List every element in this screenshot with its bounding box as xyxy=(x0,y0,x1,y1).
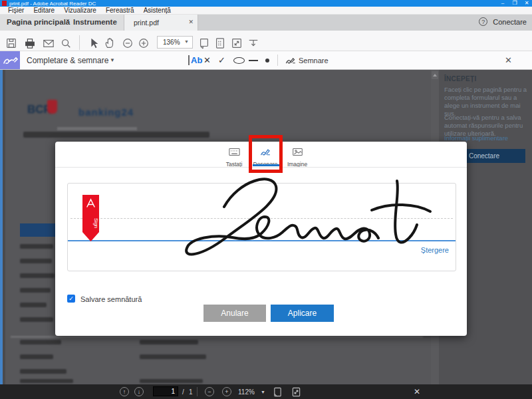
apply-button[interactable]: Aplicare xyxy=(271,305,334,322)
status-zoom-value[interactable]: 112% xyxy=(238,388,255,396)
sign-pen-icon[interactable] xyxy=(285,55,296,66)
save-icon[interactable] xyxy=(5,37,17,49)
tab-document[interactable]: print.pdf ✕ xyxy=(124,15,198,31)
menu-view[interactable]: Vizualizare xyxy=(60,7,100,14)
close-window-button[interactable]: ✕ xyxy=(521,0,532,7)
print-icon[interactable] xyxy=(24,37,36,49)
status-zoom-out-icon[interactable]: − xyxy=(205,387,214,396)
menu-file[interactable]: Fișier xyxy=(4,7,28,14)
tab-tools[interactable]: Instrumente xyxy=(73,18,117,26)
tab-document-label: print.pdf xyxy=(134,19,159,27)
sign-button[interactable]: Semnare xyxy=(299,57,329,65)
dot-annotation-tool[interactable] xyxy=(265,59,269,63)
blurred-heading xyxy=(23,132,209,138)
main-toolbar xyxy=(0,31,532,51)
zoom-in-icon[interactable] xyxy=(138,37,150,49)
text-tool[interactable]: Ab xyxy=(188,55,202,65)
blurred-row xyxy=(20,317,53,322)
blurred-highlight xyxy=(57,127,137,130)
blurred-label xyxy=(20,379,73,383)
zoom-out-icon[interactable] xyxy=(122,37,134,49)
search-icon[interactable] xyxy=(60,37,72,49)
menu-bar: Fișier Editare Vizualizare Fereastră Asi… xyxy=(0,7,532,15)
help-icon[interactable]: ? xyxy=(479,17,487,26)
signature-draw-area[interactable]: Sign Ștergere xyxy=(67,183,456,271)
panel-paragraph: Faceți clic pe pagină pentru a completa … xyxy=(444,86,528,118)
blurred-label xyxy=(20,369,66,374)
status-zoom-in-icon[interactable]: + xyxy=(222,387,231,396)
oval-annotation-tool[interactable] xyxy=(233,57,245,64)
tab-home[interactable]: Pagina principală xyxy=(7,18,70,26)
fill-sign-caret-icon[interactable]: ▼ xyxy=(110,57,115,63)
zoom-level-dropdown[interactable]: 136% ▼ xyxy=(157,36,193,49)
keyboard-icon xyxy=(229,147,240,157)
blurred-row xyxy=(20,303,47,307)
clear-signature-link[interactable]: Ștergere xyxy=(421,246,449,254)
status-close-icon[interactable]: ✕ xyxy=(414,387,420,396)
toolbar-divider xyxy=(79,35,80,50)
previous-page-icon[interactable]: ↑ xyxy=(120,387,129,396)
current-page-input[interactable]: 1 xyxy=(153,386,178,396)
menu-help[interactable]: Asistență xyxy=(140,7,175,14)
minimize-button[interactable]: – xyxy=(497,0,508,7)
cross-annotation-tool[interactable]: ✕ xyxy=(203,55,211,65)
tab-bar: Pagina principală Instrumente print.pdf … xyxy=(0,15,532,31)
blurred-button xyxy=(20,223,56,237)
zoom-level-value: 136% xyxy=(163,39,180,46)
adobe-app-icon xyxy=(2,1,7,6)
menu-edit[interactable]: Editare xyxy=(29,7,59,14)
blurred-row xyxy=(20,244,53,249)
status-page-view-icon[interactable] xyxy=(273,387,283,397)
acrobat-window: print.pdf - Adobe Acrobat Reader DC – ❐ … xyxy=(0,0,532,399)
tab-close-icon[interactable]: ✕ xyxy=(188,19,194,25)
bank-logo-mark xyxy=(47,100,57,114)
zoom-caret-icon: ▼ xyxy=(184,39,189,44)
sign-here-flag: Sign xyxy=(82,195,99,241)
fill-sign-close-icon[interactable]: ✕ xyxy=(505,55,512,65)
tab-type[interactable]: Tastați xyxy=(217,147,251,168)
email-icon[interactable] xyxy=(43,37,55,49)
status-zoom-caret-icon[interactable]: ▼ xyxy=(261,390,265,394)
fill-sign-title[interactable]: Completare & semnare xyxy=(27,56,108,65)
status-bar xyxy=(0,384,532,399)
image-icon xyxy=(292,147,303,157)
select-tool-icon[interactable] xyxy=(88,37,100,49)
sign-in-link[interactable]: Conectare xyxy=(493,18,527,26)
tab-image[interactable]: Imagine xyxy=(280,147,315,168)
fill-sign-divider xyxy=(277,55,278,66)
blurred-row xyxy=(20,259,52,263)
save-tools-state-icon[interactable] xyxy=(198,37,210,49)
line-annotation-tool[interactable] xyxy=(249,60,258,61)
status-fit-icon[interactable] xyxy=(291,387,301,397)
left-edge-strip xyxy=(0,70,3,384)
blurred-value xyxy=(140,340,198,344)
title-bar: print.pdf - Adobe Acrobat Reader DC – ❐ … xyxy=(0,0,532,7)
blurred-value xyxy=(140,379,203,383)
hand-tool-icon[interactable] xyxy=(104,37,116,49)
fill-sign-mode-icon xyxy=(0,51,20,69)
more-info-link[interactable]: Informații suplimentare xyxy=(444,134,508,142)
next-page-icon[interactable]: ↓ xyxy=(134,387,144,396)
blurred-row xyxy=(20,273,55,278)
window-title: print.pdf - Adobe Acrobat Reader DC xyxy=(9,1,96,7)
status-divider xyxy=(197,387,198,396)
cancel-button[interactable]: Anulare xyxy=(203,305,266,322)
sign-flag-label: Sign xyxy=(82,212,99,235)
save-signature-label: Salvare semnătură xyxy=(80,295,142,303)
check-annotation-tool[interactable]: ✓ xyxy=(218,55,225,65)
blurred-divider xyxy=(11,336,423,338)
blurred-value xyxy=(140,354,206,359)
save-signature-checkbox[interactable]: ✓ xyxy=(67,295,75,303)
scrolling-mode-icon[interactable] xyxy=(247,37,259,49)
blurred-label xyxy=(20,354,53,359)
blurred-row xyxy=(20,288,51,293)
annotation-highlight-rectangle xyxy=(249,135,283,173)
panel-heading: ÎNCEPEȚI xyxy=(444,75,477,82)
fit-page-icon[interactable] xyxy=(214,37,226,49)
maximize-button[interactable]: ❐ xyxy=(509,0,520,7)
blurred-label xyxy=(20,340,61,344)
fit-width-icon[interactable] xyxy=(231,37,243,49)
scrollbar-up-icon[interactable] xyxy=(432,71,438,79)
menu-window[interactable]: Fereastră xyxy=(102,7,138,14)
bank-logo-banking: banking24 xyxy=(78,106,134,118)
